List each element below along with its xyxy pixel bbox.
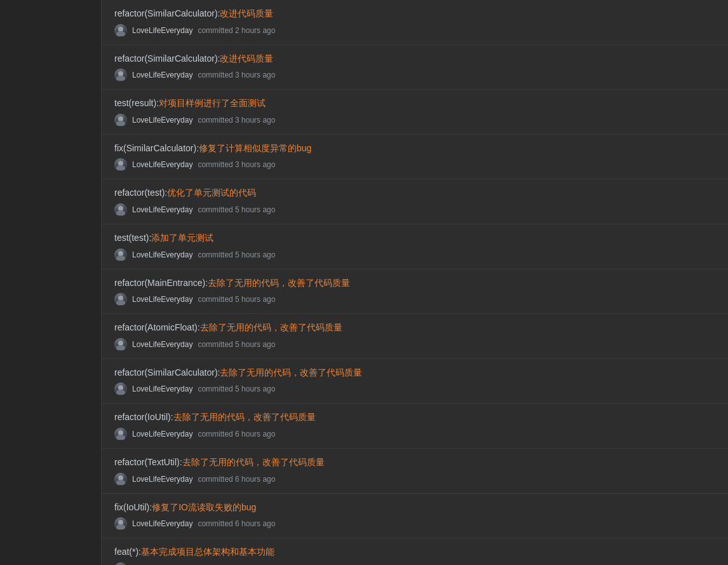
avatar-image	[114, 428, 127, 440]
avatar	[114, 428, 127, 440]
commit-meta: LoveLifeEveryday committed 3 hours ago	[114, 158, 715, 171]
avatar-image	[114, 338, 127, 351]
commit-item: refactor(SimilarCalculator):改进代码质量 LoveL…	[102, 45, 728, 90]
commit-title: refactor(SimilarCalculator):改进代码质量	[114, 8, 715, 20]
commit-time: committed 5 hours ago	[198, 385, 275, 393]
commit-prefix: test(test):	[114, 233, 151, 243]
commit-time: committed 6 hours ago	[198, 475, 275, 484]
avatar	[114, 383, 127, 395]
author-name: LoveLifeEveryday	[132, 250, 192, 259]
commit-prefix: fix(SimilarCalculator):	[114, 143, 199, 153]
commit-item: refactor(SimilarCalculator):去除了无用的代码，改善了…	[102, 359, 728, 404]
author-name: LoveLifeEveryday	[132, 295, 192, 304]
commit-meta: LoveLifeEveryday committed 5 hours ago	[114, 203, 715, 216]
avatar-image	[114, 293, 127, 306]
avatar-image	[114, 203, 127, 216]
author-name: LoveLifeEveryday	[132, 205, 192, 214]
commit-meta: LoveLifeEveryday committed 6 hours ago	[114, 473, 715, 486]
commit-time: committed 2 hours ago	[198, 26, 275, 35]
avatar-image	[114, 114, 127, 126]
commit-item: refactor(test):优化了单元测试的代码 LoveLifeEveryd…	[102, 179, 728, 224]
commit-title: refactor(TextUtil):去除了无用的代码，改善了代码质量	[114, 456, 715, 469]
commit-item: refactor(IoUtil):去除了无用的代码，改善了代码质量 LoveLi…	[102, 404, 728, 449]
commit-item: refactor(AtomicFloat):去除了无用的代码，改善了代码质量 L…	[102, 314, 728, 359]
commit-title-cn: 添加了单元测试	[151, 233, 213, 243]
avatar-image	[114, 383, 127, 395]
commit-prefix: refactor(SimilarCalculator):	[114, 8, 220, 18]
commit-title-cn: 去除了无用的代码，改善了代码质量	[200, 322, 342, 332]
commit-meta: LoveLifeEveryday committed 5 hours ago	[114, 383, 715, 395]
avatar-image	[114, 158, 127, 171]
commit-title: refactor(MainEntrance):去除了无用的代码，改善了代码质量	[114, 277, 715, 290]
author-name: LoveLifeEveryday	[132, 26, 192, 35]
commit-title-cn: 优化了单元测试的代码	[167, 187, 256, 198]
commit-title-cn: 修复了IO流读取失败的bug	[152, 502, 256, 512]
commit-meta: LoveLifeEveryday committed 5 hours ago	[114, 338, 715, 351]
commit-item: refactor(TextUtil):去除了无用的代码，改善了代码质量 Love…	[102, 449, 728, 494]
avatar	[114, 114, 127, 126]
author-name: LoveLifeEveryday	[132, 475, 192, 484]
commit-prefix: refactor(AtomicFloat):	[114, 322, 200, 332]
commit-meta: LoveLifeEveryday committed 3 hours ago	[114, 69, 715, 81]
commit-title: fix(SimilarCalculator):修复了计算相似度异常的bug	[114, 142, 715, 155]
author-name: LoveLifeEveryday	[132, 160, 192, 169]
author-name: LoveLifeEveryday	[132, 430, 192, 439]
commit-prefix: refactor(SimilarCalculator):	[114, 53, 220, 64]
commit-title: test(test):添加了单元测试	[114, 232, 715, 245]
commit-meta: LoveLifeEveryday committed 5 hours ago	[114, 248, 715, 261]
commit-prefix: test(result):	[114, 98, 159, 108]
commit-title-cn: 去除了无用的代码，改善了代码质量	[182, 457, 325, 467]
avatar-image	[114, 69, 127, 81]
commit-time: committed 5 hours ago	[198, 250, 275, 259]
commit-title-cn: 基本完成项目总体架构和基本功能	[141, 547, 274, 557]
commit-title-cn: 去除了无用的代码，改善了代码质量	[208, 278, 350, 288]
author-name: LoveLifeEveryday	[132, 385, 192, 393]
avatar-image	[114, 24, 127, 37]
commit-time: committed 3 hours ago	[198, 71, 275, 79]
avatar	[114, 158, 127, 171]
commit-title-cn: 去除了无用的代码，改善了代码质量	[220, 367, 362, 378]
commit-title: refactor(SimilarCalculator):去除了无用的代码，改善了…	[114, 367, 715, 379]
commit-item: refactor(MainEntrance):去除了无用的代码，改善了代码质量 …	[102, 269, 728, 315]
commit-title: refactor(test):优化了单元测试的代码	[114, 187, 715, 200]
commit-title-cn: 修复了计算相似度异常的bug	[199, 143, 311, 153]
commit-time: committed 3 hours ago	[198, 116, 275, 125]
commit-title: test(result):对项目样例进行了全面测试	[114, 97, 715, 110]
commit-title-cn: 改进代码质量	[220, 8, 273, 18]
avatar	[114, 473, 127, 486]
commit-prefix: feat(*):	[114, 547, 141, 557]
commit-title-cn: 改进代码质量	[220, 53, 273, 64]
avatar	[114, 248, 127, 261]
commit-title-cn: 对项目样例进行了全面测试	[159, 98, 266, 108]
commit-prefix: refactor(SimilarCalculator):	[114, 367, 220, 378]
avatar	[114, 517, 127, 530]
commit-title: fix(IoUtil):修复了IO流读取失败的bug	[114, 501, 715, 514]
author-name: LoveLifeEveryday	[132, 71, 192, 79]
commit-meta: LoveLifeEveryday committed 6 hours ago	[114, 428, 715, 440]
commit-prefix: fix(IoUtil):	[114, 502, 152, 512]
avatar-image	[114, 248, 127, 261]
avatar	[114, 24, 127, 37]
commit-title-cn: 去除了无用的代码，改善了代码质量	[173, 412, 316, 422]
commit-item: refactor(SimilarCalculator):改进代码质量 LoveL…	[102, 0, 728, 45]
commit-prefix: refactor(test):	[114, 187, 167, 198]
sidebar	[0, 0, 102, 565]
commit-title: refactor(AtomicFloat):去除了无用的代码，改善了代码质量	[114, 322, 715, 334]
author-name: LoveLifeEveryday	[132, 519, 192, 528]
commit-time: committed 3 hours ago	[198, 160, 275, 169]
commit-prefix: refactor(IoUtil):	[114, 412, 173, 422]
commit-item: fix(IoUtil):修复了IO流读取失败的bug LoveLifeEvery…	[102, 494, 728, 539]
commit-title: feat(*):基本完成项目总体架构和基本功能	[114, 546, 715, 559]
avatar	[114, 293, 127, 306]
commit-item: test(test):添加了单元测试 LoveLifeEveryday comm…	[102, 224, 728, 269]
commit-prefix: refactor(MainEntrance):	[114, 278, 208, 288]
avatar-image	[114, 517, 127, 530]
avatar	[114, 562, 127, 565]
avatar-image	[114, 473, 127, 486]
avatar	[114, 203, 127, 216]
commit-meta: LoveLifeEveryday committed 6 hours ago	[114, 517, 715, 530]
author-name: LoveLifeEveryday	[132, 340, 192, 349]
commit-meta: LoveLifeEveryday committed 8 hours ago	[114, 562, 715, 565]
commit-time: committed 6 hours ago	[198, 519, 275, 528]
avatar	[114, 69, 127, 81]
